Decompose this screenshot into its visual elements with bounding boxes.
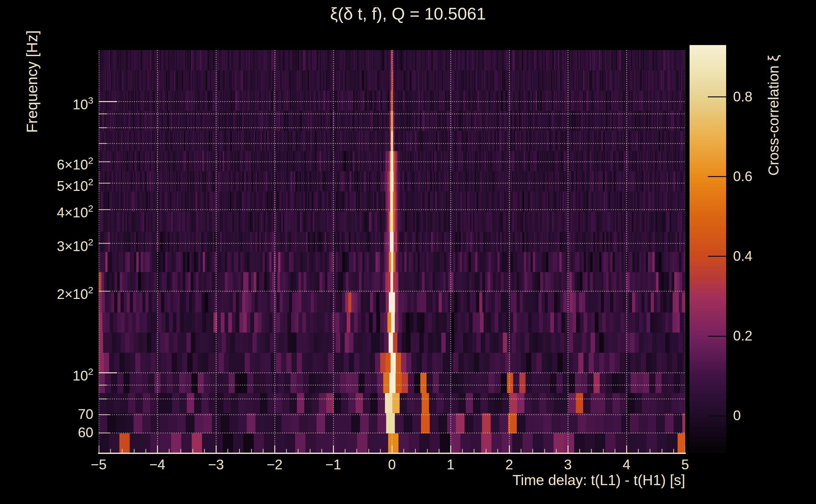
- x-tick-label: 1: [428, 457, 473, 473]
- colorbar-tick-mark: [708, 336, 726, 337]
- figure-root: ξ(δ t, f), Q = 10.5061 Frequency [Hz] −5…: [0, 0, 816, 504]
- y-axis-title: Frequency [Hz]: [23, 0, 42, 176]
- x-tick-label: 0: [370, 457, 414, 473]
- x-axis-line: [98, 453, 686, 454]
- colorbar-tick-label: 0.4: [733, 248, 752, 264]
- y-tick-label: 60: [0, 424, 93, 441]
- colorbar-tick-label: 0.8: [733, 89, 752, 105]
- colorbar-tick-label: 0: [733, 407, 741, 424]
- colorbar: [690, 45, 726, 453]
- colorbar-tick-mark: [708, 176, 726, 177]
- colorbar-tick-label: 0.2: [733, 328, 752, 344]
- x-tick-label: −1: [311, 457, 355, 473]
- colorbar-tick-mark: [708, 96, 726, 97]
- page-title: ξ(δ t, f), Q = 10.5061: [0, 4, 816, 23]
- heatmap-canvas: [99, 50, 685, 453]
- colorbar-tick-mark: [708, 415, 726, 416]
- y-tick-label: 2×102: [0, 283, 93, 302]
- x-tick-label: 4: [604, 457, 649, 473]
- y-tick-label: 70: [0, 406, 93, 422]
- x-tick-label: −5: [77, 457, 121, 473]
- colorbar-tick-mark: [708, 256, 726, 257]
- y-tick-label: 102: [0, 364, 93, 384]
- colorbar-title: Cross-correlation ξ: [765, 5, 783, 226]
- colorbar-tick-label: 0.6: [733, 168, 752, 185]
- x-tick-label: 2: [487, 457, 531, 473]
- y-tick-label: 5×102: [0, 175, 93, 194]
- x-axis-title: Time delay: t(L1) - t(H1) [s]: [370, 472, 685, 489]
- y-tick-label: 3×102: [0, 235, 93, 255]
- y-tick-label: 4×102: [0, 201, 93, 221]
- y-tick-label: 103: [0, 93, 93, 113]
- x-tick-label: −2: [253, 457, 297, 473]
- y-tick-label: 6×102: [0, 153, 93, 173]
- x-tick-label: 5: [663, 457, 707, 473]
- x-tick-label: −4: [135, 457, 179, 473]
- x-tick-label: 3: [546, 457, 590, 473]
- x-tick-label: −3: [194, 457, 238, 473]
